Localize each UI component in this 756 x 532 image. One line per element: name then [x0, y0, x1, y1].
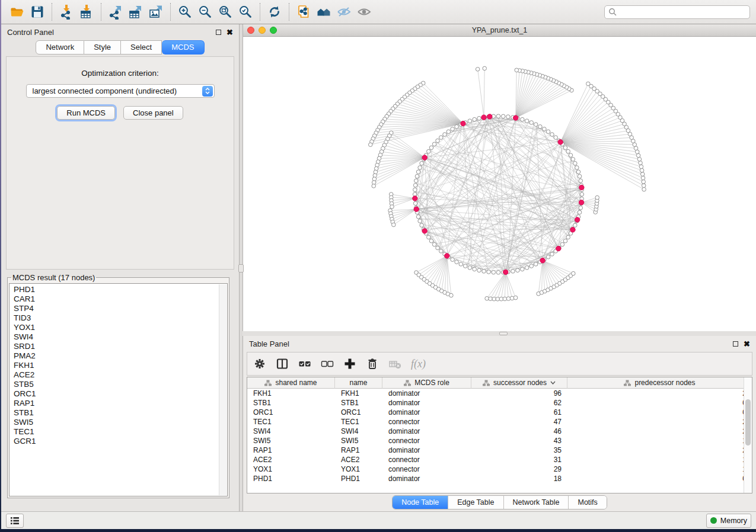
deselect-all-button[interactable] — [321, 357, 334, 370]
mcds-result-item[interactable]: TID3 — [14, 313, 227, 323]
search-box[interactable] — [604, 5, 750, 19]
table-row[interactable]: SWI4SWI4dominator462 — [247, 427, 752, 436]
table-row[interactable]: RAP1RAP1dominator352 — [247, 446, 752, 455]
horizontal-splitter[interactable] — [243, 331, 756, 336]
tab-motifs[interactable]: Motifs — [568, 496, 606, 509]
save-session-button[interactable] — [27, 2, 47, 21]
cell: 96 — [471, 389, 567, 398]
mcds-result-item[interactable]: PHD1 — [14, 285, 227, 294]
table-row[interactable]: ACE2ACE2connector311 — [247, 455, 752, 464]
add-column-button[interactable] — [343, 357, 356, 370]
zoom-fit-button[interactable] — [215, 2, 235, 21]
memory-button[interactable]: Memory — [706, 514, 751, 528]
mcds-result-list[interactable]: PHD1CAR1STP4TID3YOX1SWI4SRD1PMA2FKH1ACE2… — [9, 283, 228, 496]
table-scrollbar[interactable] — [744, 377, 752, 493]
network-canvas[interactable] — [243, 37, 756, 331]
column-header-name[interactable]: name — [335, 377, 382, 389]
column-header-successor-nodes[interactable]: successor nodes — [471, 377, 567, 389]
table-row[interactable]: YOX1YOX1connector291 — [247, 464, 752, 474]
mcds-result-item[interactable]: GCR1 — [14, 437, 227, 446]
zoom-selected-button[interactable] — [235, 2, 256, 21]
result-list-scrollbar[interactable] — [219, 284, 227, 495]
table-row[interactable]: TEC1TEC1connector472 — [247, 417, 752, 427]
cell: SWI4 — [247, 427, 335, 436]
splitter-grip-icon[interactable] — [499, 332, 508, 335]
tab-edge-table[interactable]: Edge Table — [448, 496, 503, 509]
network-window-titlebar[interactable]: YPA_prune.txt_1 — [243, 24, 756, 37]
zoom-out-button[interactable] — [195, 2, 215, 21]
table-row[interactable]: SWI5SWI5connector431 — [247, 436, 752, 446]
float-panel-icon[interactable] — [216, 30, 221, 35]
mcds-result-item[interactable]: TEC1 — [14, 427, 227, 437]
refresh-button[interactable] — [264, 2, 285, 21]
table-row[interactable]: STB1STB1dominator620 — [247, 398, 752, 408]
cell: ORC1 — [335, 408, 382, 417]
table-row[interactable]: ORC1ORC1dominator610 — [247, 408, 752, 417]
first-neighbors-button[interactable] — [314, 2, 334, 21]
splitter-grip-icon[interactable] — [238, 264, 244, 273]
table-row[interactable]: PHD1PHD1dominator180 — [247, 474, 752, 483]
mcds-result-item[interactable]: CAR1 — [14, 294, 227, 304]
tab-style[interactable]: Style — [84, 40, 121, 55]
open-file-button[interactable] — [7, 2, 27, 21]
network-from-selection-icon — [296, 4, 311, 20]
toolbar-separator — [52, 3, 52, 21]
scrollbar-thumb[interactable] — [745, 399, 751, 446]
mcds-result-item[interactable]: FKH1 — [14, 361, 227, 370]
vertical-splitter[interactable] — [240, 24, 243, 511]
save-session-icon — [30, 4, 45, 20]
close-panel-button[interactable]: Close panel — [123, 106, 183, 120]
mcds-result-item[interactable]: SWI4 — [14, 332, 227, 342]
mcds-result-item[interactable]: STB1 — [14, 408, 227, 418]
mcds-result-item[interactable]: RAP1 — [14, 399, 227, 408]
mcds-result-item[interactable]: STB5 — [14, 380, 227, 389]
network-from-selection-button[interactable] — [294, 2, 314, 21]
close-panel-icon[interactable]: ✖ — [744, 341, 750, 347]
import-table-button[interactable] — [76, 2, 97, 21]
float-panel-icon[interactable] — [733, 341, 738, 347]
tab-network-table[interactable]: Network Table — [503, 496, 569, 509]
mcds-result-item[interactable]: ACE2 — [14, 370, 227, 380]
tab-network[interactable]: Network — [36, 40, 84, 55]
cell: 43 — [471, 436, 567, 446]
tab-select[interactable]: Select — [121, 40, 162, 55]
mcds-result-item[interactable]: PMA2 — [14, 351, 227, 361]
cell: 2 — [567, 446, 752, 455]
minimize-window-icon[interactable] — [259, 27, 266, 34]
tab-node-table[interactable]: Node Table — [393, 496, 448, 509]
add-column-icon — [343, 357, 356, 370]
table-row[interactable]: FKH1FKH1dominator962 — [247, 389, 752, 398]
maximize-window-icon[interactable] — [270, 27, 277, 34]
search-input[interactable] — [617, 8, 746, 16]
zoom-in-button[interactable] — [175, 2, 195, 21]
table-settings-button[interactable] — [253, 357, 266, 370]
mcds-result-item[interactable]: YOX1 — [14, 323, 227, 332]
close-panel-icon[interactable]: ✖ — [227, 30, 233, 35]
mcds-result-item[interactable]: SRD1 — [14, 342, 227, 351]
export-image-button[interactable] — [146, 2, 166, 21]
export-table-button[interactable] — [126, 2, 146, 21]
hide-selected-button[interactable] — [334, 2, 354, 21]
tab-mcds[interactable]: MCDS — [162, 40, 204, 55]
select-all-button[interactable] — [298, 357, 311, 370]
network-graph[interactable] — [243, 37, 756, 331]
show-all-button[interactable] — [354, 2, 374, 21]
task-history-button[interactable] — [6, 514, 24, 528]
close-window-icon[interactable] — [247, 27, 254, 34]
mcds-result-item[interactable]: ORC1 — [14, 389, 227, 399]
toolbar-button-groups — [7, 2, 374, 21]
optimization-criterion-select[interactable]: largest connected component (undirected) — [26, 84, 215, 98]
cell: 31 — [471, 455, 567, 464]
split-view-button[interactable] — [276, 357, 289, 370]
cell: 2 — [567, 417, 752, 427]
import-network-button[interactable] — [56, 2, 76, 21]
mcds-result-item[interactable]: STP4 — [14, 304, 227, 313]
column-header-predecessor-nodes[interactable]: predecessor nodes — [567, 377, 752, 389]
export-network-button[interactable] — [106, 2, 126, 21]
cell: dominator — [382, 389, 471, 398]
mcds-result-item[interactable]: SWI5 — [14, 418, 227, 427]
column-header-MCDS-role[interactable]: MCDS role — [382, 377, 471, 389]
run-mcds-button[interactable]: Run MCDS — [57, 106, 115, 120]
delete-column-button[interactable] — [366, 357, 379, 370]
column-header-shared-name[interactable]: shared name — [247, 377, 335, 389]
